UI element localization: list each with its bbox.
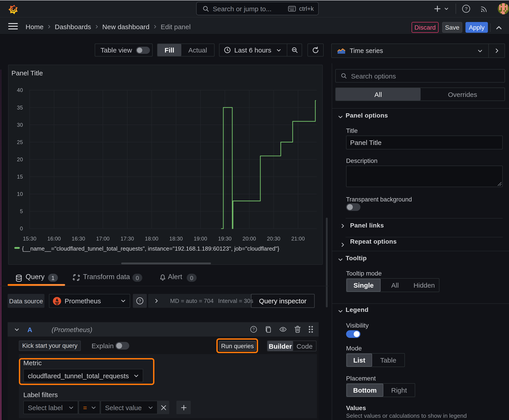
- svg-text:15:30: 15:30: [23, 236, 36, 242]
- svg-text:35: 35: [17, 105, 23, 111]
- svg-text:?: ?: [252, 327, 255, 332]
- svg-text:20: 20: [17, 156, 23, 162]
- svg-text:?: ?: [139, 299, 141, 303]
- svg-text:19:00: 19:00: [194, 236, 207, 242]
- svg-text:21:00: 21:00: [291, 236, 305, 242]
- svg-text:20:00: 20:00: [243, 236, 256, 242]
- svg-text:19:30: 19:30: [218, 236, 232, 242]
- svg-text:15: 15: [17, 174, 23, 180]
- svg-text:30: 30: [17, 122, 23, 128]
- svg-text:0: 0: [20, 225, 23, 232]
- svg-text:20:30: 20:30: [267, 236, 280, 242]
- svg-text:25: 25: [17, 139, 23, 145]
- svg-text:?: ?: [465, 6, 467, 12]
- svg-text:16:00: 16:00: [47, 236, 61, 242]
- svg-text:Panel Title: Panel Title: [11, 69, 43, 77]
- svg-text:16:30: 16:30: [72, 236, 85, 242]
- svg-text:{__name__="cloudflared_tunnel_: {__name__="cloudflared_tunnel_total_requ…: [22, 246, 279, 252]
- svg-text:18:00: 18:00: [145, 236, 159, 242]
- svg-text:10: 10: [17, 191, 23, 197]
- svg-text:40: 40: [17, 87, 23, 93]
- svg-text:17:00: 17:00: [96, 236, 109, 242]
- svg-text:18:30: 18:30: [169, 236, 183, 242]
- svg-text:17:30: 17:30: [121, 236, 134, 242]
- svg-text:5: 5: [20, 208, 23, 214]
